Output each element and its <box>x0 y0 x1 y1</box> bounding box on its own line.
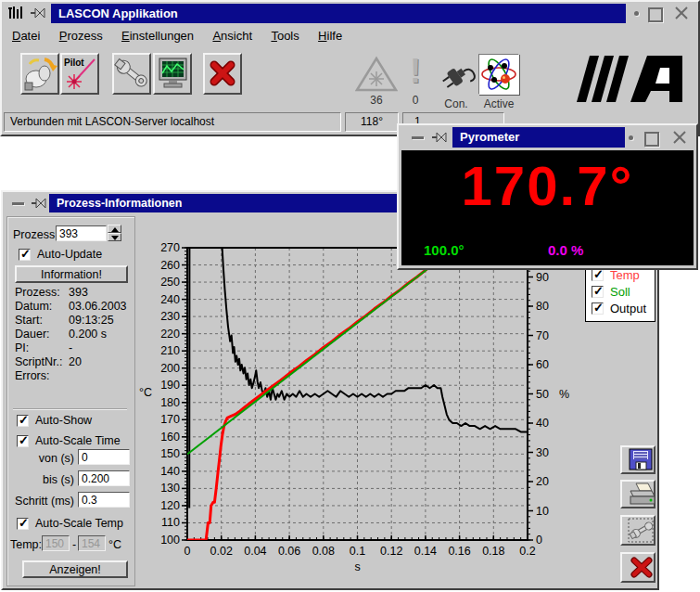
svg-text:100: 100 <box>160 534 180 547</box>
legend-output-checkbox[interactable] <box>592 302 604 315</box>
svg-text:270: 270 <box>160 241 180 254</box>
monitor-button[interactable] <box>153 53 192 95</box>
hand-tool-button[interactable] <box>20 53 59 95</box>
svg-text:110: 110 <box>161 516 180 529</box>
pin-icon[interactable] <box>31 197 47 212</box>
info-row-value: 09:13:25 <box>69 314 114 327</box>
temp-from-input[interactable] <box>42 535 70 551</box>
menu-item-hilfe[interactable]: Hilfe <box>312 27 349 45</box>
menu-item-einstellungen[interactable]: Einstellungen <box>115 27 200 45</box>
pilot-laser-icon: Pilot <box>62 83 97 96</box>
svg-text:0.16: 0.16 <box>448 545 470 558</box>
close-icon[interactable] <box>674 6 689 23</box>
pyrometer-window: Pyrometer 170.7° 100.0° 0.0 % <box>397 123 698 270</box>
temp-to-input[interactable] <box>78 535 106 551</box>
svg-text:170: 170 <box>160 413 180 426</box>
info-row-value: 393 <box>69 286 88 299</box>
auto-scale-temp-checkbox[interactable] <box>17 518 29 530</box>
close-icon[interactable] <box>672 130 687 148</box>
red-x-icon <box>628 569 655 583</box>
minimize-button[interactable] <box>634 11 639 16</box>
settings-tool-button[interactable] <box>112 53 151 95</box>
main-titlebar[interactable]: LASCON Applikation <box>4 4 696 23</box>
svg-text:s: s <box>354 560 360 573</box>
svg-text:250: 250 <box>160 276 180 289</box>
svg-text:240: 240 <box>160 293 180 306</box>
auto-update-checkbox[interactable] <box>19 249 31 261</box>
auto-show-label: Auto-Show <box>35 414 92 427</box>
menu-item-tools[interactable]: Tools <box>264 27 305 45</box>
auto-update-label: Auto-Update <box>37 248 102 261</box>
menu-item-datei[interactable]: Datei <box>6 27 46 45</box>
legend-label-soll: Soll <box>610 285 630 299</box>
main-window-title: LASCON Applikation <box>51 4 626 23</box>
svg-text:°C: °C <box>139 386 152 399</box>
statusbar-message: Verbunden mit LASCON-Server localhost <box>4 112 341 132</box>
menu-item-prozess[interactable]: Prozess <box>53 27 109 45</box>
information-button[interactable]: Information! <box>15 265 128 283</box>
svg-text:260: 260 <box>160 259 180 272</box>
svg-text:120: 120 <box>160 499 180 512</box>
von-input[interactable] <box>78 449 130 465</box>
info-row-value: - <box>69 341 72 354</box>
svg-text:0.12: 0.12 <box>380 545 402 558</box>
plug-icon <box>438 58 478 96</box>
anzeigen-button[interactable]: Anzeigen! <box>22 560 128 578</box>
bis-label: bis (s) <box>7 473 74 486</box>
schritt-label: Schritt (ms) <box>7 495 74 508</box>
print-chart-button[interactable] <box>620 480 655 508</box>
wrench-icon <box>114 83 149 96</box>
maximize-button[interactable] <box>648 7 663 22</box>
auto-scale-time-label: Auto-Scale Time <box>35 434 121 447</box>
legend-temp-checkbox[interactable] <box>592 269 604 281</box>
atom-icon[interactable] <box>478 54 519 95</box>
spin-down-button[interactable] <box>108 233 121 241</box>
bis-input[interactable] <box>78 470 130 486</box>
red-x-icon <box>205 83 240 96</box>
info-row-label: Start: <box>15 314 43 327</box>
pilot-laser-button[interactable]: Pilot <box>60 53 99 95</box>
printer-icon <box>628 495 655 509</box>
maximize-button[interactable] <box>644 132 659 147</box>
auto-scale-time-checkbox[interactable] <box>17 435 29 447</box>
svg-text:150: 150 <box>160 447 180 460</box>
separator <box>13 408 127 410</box>
prozess-spinner[interactable] <box>108 225 121 242</box>
minimize-button[interactable] <box>629 135 633 140</box>
pin-icon[interactable] <box>431 131 448 147</box>
wrench-dashed-icon <box>628 532 655 546</box>
prozess-spin-label: Prozess: <box>13 228 58 241</box>
pyrometer-soll-value: 100.0° <box>424 242 465 258</box>
pyrometer-titlebar[interactable]: Pyrometer <box>401 127 694 148</box>
app-icon <box>7 6 26 23</box>
prozess-number-input[interactable] <box>56 225 107 241</box>
svg-text:0: 0 <box>185 545 191 558</box>
temp-unit: °C <box>108 538 121 551</box>
legend-label-temp: Temp <box>610 268 640 282</box>
auto-scale-temp-label: Auto-Scale Temp <box>35 517 123 530</box>
schritt-input[interactable] <box>78 492 130 508</box>
chart-settings-button[interactable] <box>620 515 655 546</box>
legend-label-output: Output <box>610 302 646 315</box>
menu-item-ansicht[interactable]: Ansicht <box>206 27 259 45</box>
svg-text:30: 30 <box>536 446 549 459</box>
legend-soll-checkbox[interactable] <box>592 286 604 298</box>
svg-text:140: 140 <box>160 465 180 478</box>
floppy-icon <box>628 459 654 473</box>
close-chart-button[interactable] <box>620 552 655 583</box>
shade-button[interactable] <box>12 202 24 205</box>
save-chart-button[interactable] <box>620 445 655 474</box>
pin-icon[interactable] <box>30 6 46 22</box>
error-counter: 0 <box>406 94 425 107</box>
svg-text:130: 130 <box>160 482 180 495</box>
abort-button[interactable] <box>203 53 242 95</box>
laser-warning-icon <box>355 56 398 96</box>
statusbar-temp: 118° <box>345 112 399 132</box>
pyrometer-display: 170.7° 100.0° 0.0 % <box>401 150 694 265</box>
spin-up-button[interactable] <box>108 225 121 233</box>
shade-button[interactable] <box>412 136 424 139</box>
svg-text:0.02: 0.02 <box>210 545 233 558</box>
info-row-value: 20 <box>69 355 82 368</box>
svg-text:0: 0 <box>536 534 542 547</box>
auto-show-checkbox[interactable] <box>17 415 29 427</box>
